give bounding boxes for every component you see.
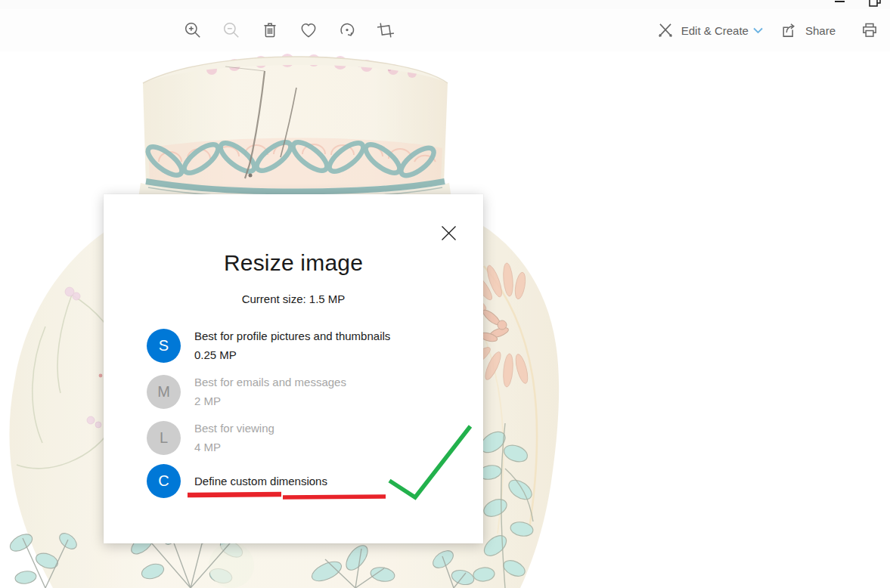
rotate-icon xyxy=(337,20,357,40)
dialog-subtitle: Current size: 1.5 MP xyxy=(104,292,483,305)
crop-button[interactable] xyxy=(376,20,395,40)
option-title: Best for profile pictures and thumbnails xyxy=(194,326,390,345)
resize-option-small[interactable]: S Best for profile pictures and thumbnai… xyxy=(147,326,390,364)
resize-option-large[interactable]: L Best for viewing 4 MP xyxy=(147,419,274,456)
option-size: 2 MP xyxy=(194,391,346,410)
rotate-button[interactable] xyxy=(337,20,357,40)
photo-toolbar: Edit & Create Share xyxy=(0,9,890,51)
minimize-icon[interactable] xyxy=(835,1,845,2)
share-icon xyxy=(780,20,799,40)
resize-image-dialog: Resize image Current size: 1.5 MP S Best… xyxy=(104,194,483,543)
delete-button[interactable] xyxy=(260,20,280,40)
option-size: 4 MP xyxy=(194,438,274,456)
edit-create-label[interactable]: Edit & Create xyxy=(681,24,749,37)
close-button[interactable] xyxy=(439,223,458,243)
option-badge-s: S xyxy=(147,329,181,363)
resize-option-custom[interactable]: C Define custom dimensions xyxy=(147,464,327,498)
option-badge-c: C xyxy=(147,464,181,498)
share-button[interactable] xyxy=(780,20,799,40)
chevron-down-icon[interactable] xyxy=(753,27,763,34)
option-title: Define custom dimensions xyxy=(194,472,327,491)
option-title: Best for emails and messages xyxy=(194,373,346,391)
edit-create-icon xyxy=(656,20,675,40)
dialog-title: Resize image xyxy=(104,250,483,276)
option-title: Best for viewing xyxy=(194,419,274,438)
crop-icon xyxy=(374,19,396,41)
option-badge-l: L xyxy=(147,421,181,455)
favorite-button[interactable] xyxy=(299,20,318,40)
resize-option-medium[interactable]: M Best for emails and messages 2 MP xyxy=(147,373,346,410)
zoom-out-button[interactable] xyxy=(222,20,241,40)
close-icon xyxy=(441,225,457,241)
option-size: 0.25 MP xyxy=(194,345,390,364)
zoom-in-icon xyxy=(183,20,203,40)
restore-icon[interactable] xyxy=(868,0,883,8)
share-label[interactable]: Share xyxy=(805,24,836,37)
print-button[interactable] xyxy=(860,20,879,40)
print-icon xyxy=(860,20,879,40)
trash-icon xyxy=(260,20,280,40)
option-badge-m: M xyxy=(147,375,181,409)
zoom-out-icon xyxy=(222,20,241,40)
window-titlebar xyxy=(0,0,890,9)
zoom-in-button[interactable] xyxy=(183,20,203,40)
heart-icon xyxy=(299,20,318,41)
edit-create-button[interactable] xyxy=(656,20,675,40)
